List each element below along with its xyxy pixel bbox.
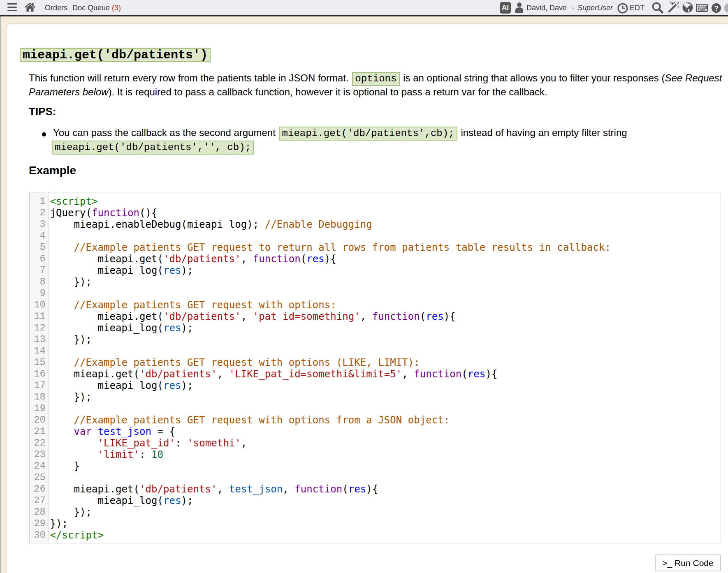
svg-text:?: ? bbox=[714, 4, 718, 12]
